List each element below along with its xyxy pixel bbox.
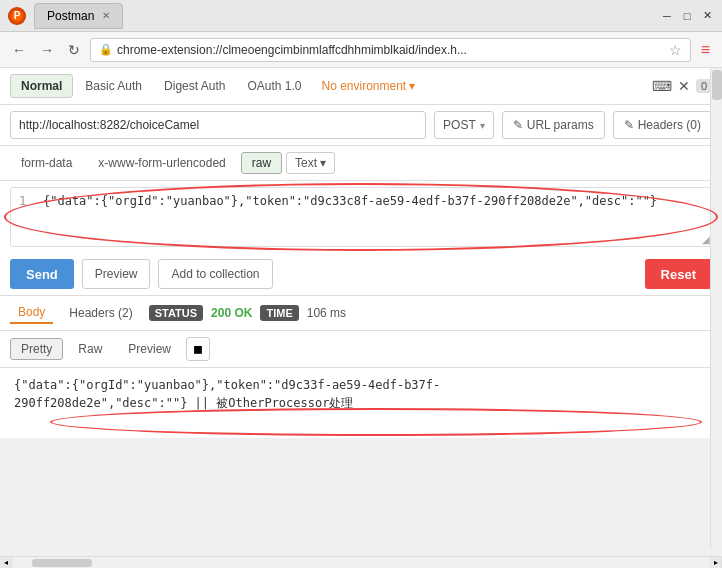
- auth-tabs-row: Normal Basic Auth Digest Auth OAuth 1.0 …: [0, 68, 722, 105]
- tab-basic-auth[interactable]: Basic Auth: [75, 75, 152, 97]
- code-content: {"data":{"orgId":"yuanbao"},"token":"d9c…: [43, 194, 657, 208]
- tab-headers[interactable]: Headers (2): [61, 303, 140, 323]
- postman-main: Normal Basic Auth Digest Auth OAuth 1.0 …: [0, 68, 722, 438]
- editor-resize-handle[interactable]: ◢: [702, 234, 710, 245]
- tab-form-data[interactable]: form-data: [10, 152, 83, 174]
- no-environment-button[interactable]: No environment ▾: [321, 79, 415, 93]
- response-body-tabs: Pretty Raw Preview ◼: [0, 331, 722, 368]
- back-button[interactable]: ←: [8, 40, 30, 60]
- text-label: Text: [295, 156, 317, 170]
- url-input[interactable]: http://localhost:8282/choiceCamel: [10, 111, 426, 139]
- response-line-2: 290ff208de2e","desc":""} || 被OtherProces…: [14, 394, 708, 412]
- url-row: http://localhost:8282/choiceCamel POST ▾…: [0, 105, 722, 146]
- chevron-down-icon: ▾: [409, 79, 415, 93]
- auth-toolbar-right: ⌨ ✕ 0: [652, 78, 712, 94]
- resp-tab-raw[interactable]: Raw: [67, 338, 113, 360]
- response-content: {"data":{"orgId":"yuanbao"},"token":"d9c…: [0, 368, 722, 438]
- status-code: 200 OK: [211, 306, 252, 320]
- tab-normal[interactable]: Normal: [10, 74, 73, 98]
- method-label: POST: [443, 118, 476, 132]
- tab-label: Postman: [47, 9, 94, 23]
- response-line-1: {"data":{"orgId":"yuanbao"},"token":"d9c…: [14, 376, 708, 394]
- reload-button[interactable]: ↻: [64, 40, 84, 60]
- status-badge-label: STATUS: [149, 305, 203, 321]
- menu-icon[interactable]: ≡: [697, 39, 714, 61]
- bottom-scrollbar[interactable]: [12, 556, 710, 568]
- address-bar: ← → ↻ 🔒 chrome-extension://clmeoengcimbi…: [0, 32, 722, 68]
- preview-button[interactable]: Preview: [82, 259, 151, 289]
- maximize-button[interactable]: □: [680, 9, 694, 23]
- copy-icon-button[interactable]: ◼: [186, 337, 210, 361]
- response-line-2-text: 290ff208de2e","desc":""} || 被OtherProces…: [14, 396, 353, 410]
- tab-bar: Postman ✕: [34, 3, 123, 29]
- resp-tab-pretty[interactable]: Pretty: [10, 338, 63, 360]
- settings-x-icon[interactable]: ✕: [678, 78, 690, 94]
- tab-close-icon[interactable]: ✕: [102, 10, 110, 21]
- body-type-row: form-data x-www-form-urlencoded raw Text…: [0, 146, 722, 181]
- text-dropdown-icon: ▾: [320, 156, 326, 170]
- lock-icon: 🔒: [99, 43, 113, 56]
- reset-button[interactable]: Reset: [645, 259, 712, 289]
- tab-urlencoded[interactable]: x-www-form-urlencoded: [87, 152, 236, 174]
- scroll-corner-left[interactable]: ◂: [0, 556, 12, 568]
- url-value: http://localhost:8282/choiceCamel: [19, 118, 199, 132]
- address-input[interactable]: 🔒 chrome-extension://clmeoengcimbinmlaff…: [90, 38, 691, 62]
- tab-raw[interactable]: raw: [241, 152, 282, 174]
- no-env-label: No environment: [321, 79, 406, 93]
- bottom-scrollbar-thumb[interactable]: [32, 559, 92, 567]
- headers-label: Headers (0): [638, 118, 701, 132]
- headers-edit-icon: ✎: [624, 118, 634, 132]
- bookmark-icon[interactable]: ☆: [669, 42, 682, 58]
- edit-icon: ✎: [513, 118, 523, 132]
- right-scrollbar[interactable]: [710, 68, 722, 548]
- send-button[interactable]: Send: [10, 259, 74, 289]
- scroll-corner-right[interactable]: ▸: [710, 556, 722, 568]
- tab-digest-auth[interactable]: Digest Auth: [154, 75, 235, 97]
- method-select[interactable]: POST ▾: [434, 111, 494, 139]
- response-header: Body Headers (2) STATUS 200 OK TIME 106 …: [0, 296, 722, 331]
- text-dropdown[interactable]: Text ▾: [286, 152, 335, 174]
- method-dropdown-icon: ▾: [480, 120, 485, 131]
- time-value: 106 ms: [307, 306, 346, 320]
- action-row: Send Preview Add to collection Reset: [0, 253, 722, 296]
- minimize-button[interactable]: ─: [660, 9, 674, 23]
- tab-body[interactable]: Body: [10, 302, 53, 324]
- add-to-collection-button[interactable]: Add to collection: [158, 259, 272, 289]
- tab-oauth[interactable]: OAuth 1.0: [237, 75, 311, 97]
- time-badge-label: TIME: [260, 305, 298, 321]
- address-text: chrome-extension://clmeoengcimbinmlaffcd…: [117, 43, 467, 57]
- close-button[interactable]: ✕: [700, 9, 714, 23]
- keyboard-icon[interactable]: ⌨: [652, 78, 672, 94]
- response-text: {"data":{"orgId":"yuanbao"},"token":"d9c…: [14, 376, 708, 412]
- browser-tab[interactable]: Postman ✕: [34, 3, 123, 29]
- titlebar-controls: ─ □ ✕: [660, 9, 714, 23]
- titlebar-left: P Postman ✕: [8, 3, 123, 29]
- response-content-container: {"data":{"orgId":"yuanbao"},"token":"d9c…: [0, 368, 722, 438]
- url-params-button[interactable]: ✎ URL params: [502, 111, 605, 139]
- window-titlebar: P Postman ✕ ─ □ ✕: [0, 0, 722, 32]
- url-params-label: URL params: [527, 118, 594, 132]
- app-icon: P: [8, 7, 26, 25]
- resp-tab-preview[interactable]: Preview: [117, 338, 182, 360]
- headers-button[interactable]: ✎ Headers (0): [613, 111, 712, 139]
- scrollbar-thumb[interactable]: [712, 70, 722, 100]
- editor-container: 1 {"data":{"orgId":"yuanbao"},"token":"d…: [10, 187, 712, 247]
- forward-button[interactable]: →: [36, 40, 58, 60]
- code-line-1: 1 {"data":{"orgId":"yuanbao"},"token":"d…: [19, 194, 703, 208]
- line-number: 1: [19, 194, 35, 208]
- code-editor[interactable]: 1 {"data":{"orgId":"yuanbao"},"token":"d…: [10, 187, 712, 247]
